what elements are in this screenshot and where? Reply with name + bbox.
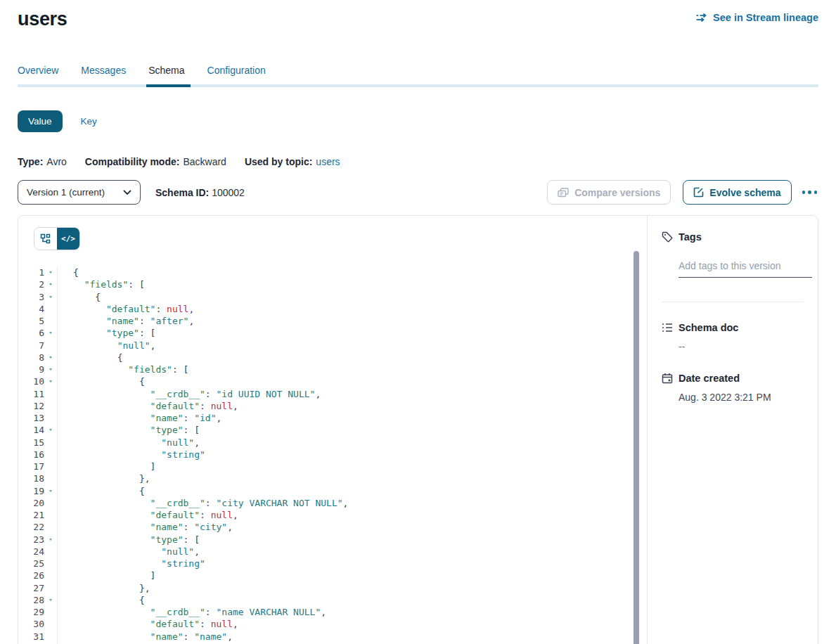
more-options-button[interactable] (801, 186, 819, 198)
code-line: 27 }, (18, 582, 647, 594)
tab-messages[interactable]: Messages (81, 65, 126, 84)
line-number: 6 (18, 327, 44, 339)
line-number: 10 (18, 375, 44, 387)
fold-spacer (44, 618, 57, 630)
schema-panel: </> 1▾{2▾ "fields": [3▾ {4 "default": nu… (18, 215, 818, 644)
code-line: 30 "default": null, (18, 618, 647, 630)
fold-spacer (44, 558, 57, 569)
schema-sidebar: Tags Schema doc -- (647, 216, 818, 644)
code-line: 11 "__crdb__": "id UUID NOT NULL", (18, 388, 647, 400)
fold-spacer (44, 569, 57, 581)
code-text: { (57, 352, 122, 363)
code-lines: 1▾{2▾ "fields": [3▾ {4 "default": null,5… (18, 266, 647, 644)
tab-configuration[interactable]: Configuration (207, 65, 266, 84)
fold-spacer (44, 437, 57, 449)
code-line: 3▾ { (18, 291, 647, 303)
line-number: 8 (18, 352, 44, 363)
line-number: 16 (18, 449, 44, 461)
line-number: 17 (18, 461, 44, 472)
code-view-icon: </> (61, 234, 75, 243)
fold-spacer (44, 340, 57, 352)
fold-spacer (44, 412, 57, 424)
code-line: 9▾ "fields": [ (18, 363, 647, 375)
code-line: 7 "null", (18, 340, 647, 352)
schema-doc-value: -- (679, 341, 804, 352)
fold-spacer (44, 461, 57, 472)
version-select[interactable]: Version 1 (current) (18, 180, 141, 205)
fold-arrow-icon[interactable]: ▾ (44, 424, 57, 436)
code-line: 6▾ "type": [ (18, 327, 647, 339)
fold-arrow-icon[interactable]: ▾ (44, 375, 57, 387)
schema-code-editor[interactable]: </> 1▾{2▾ "fields": [3▾ {4 "default": nu… (18, 216, 647, 644)
ellipsis-icon (802, 191, 806, 194)
tab-underline-track (18, 84, 818, 87)
code-line: 2▾ "fields": [ (18, 278, 647, 290)
code-line: 23▾ "type": [ (18, 534, 647, 546)
code-text: "string" (57, 449, 205, 461)
code-line: 1▾{ (18, 266, 647, 278)
code-text: "__crdb__": "city VARCHAR NOT NULL", (57, 497, 348, 509)
fold-spacer (44, 472, 57, 484)
code-text: "null", (57, 546, 200, 558)
schema-doc-heading: Schema doc (662, 322, 804, 333)
fold-spacer (44, 546, 57, 558)
code-line: 8▾ { (18, 352, 647, 363)
calendar-icon (662, 373, 673, 384)
fold-spacer (44, 582, 57, 594)
tags-input[interactable] (679, 257, 812, 278)
fold-spacer (44, 631, 57, 643)
fold-arrow-icon[interactable]: ▾ (44, 327, 57, 339)
line-number: 30 (18, 618, 44, 630)
code-line: 4 "default": null, (18, 303, 647, 315)
fold-spacer (44, 509, 57, 521)
code-text: "type": [ (57, 327, 155, 339)
line-number: 9 (18, 363, 44, 375)
code-text: { (57, 266, 79, 278)
code-text: "default": null, (57, 509, 238, 521)
fold-arrow-icon[interactable]: ▾ (44, 278, 57, 290)
line-number: 13 (18, 412, 44, 424)
fold-spacer (44, 303, 57, 315)
code-text: "__crdb__": "name VARCHAR NULL", (57, 606, 326, 618)
date-created-value: Aug. 3 2022 3:21 PM (679, 392, 804, 403)
topic-users-link[interactable]: users (316, 156, 340, 167)
compatibility-value: Backward (183, 156, 226, 167)
controls-row: Version 1 (current) Schema ID: 100002 Co… (18, 180, 818, 205)
code-text: { (57, 375, 145, 387)
key-button[interactable]: Key (81, 116, 97, 127)
code-line: 19▾ { (18, 485, 647, 497)
compare-versions-button[interactable]: Compare versions (547, 180, 671, 205)
evolve-schema-button[interactable]: Evolve schema (683, 180, 791, 205)
fold-arrow-icon[interactable]: ▾ (44, 266, 57, 278)
code-view-toggle[interactable]: </> (57, 228, 79, 250)
stream-lineage-icon (696, 13, 708, 22)
chevron-down-icon (123, 190, 131, 195)
tree-view-toggle[interactable] (34, 228, 57, 250)
fold-arrow-icon[interactable]: ▾ (44, 485, 57, 497)
fold-arrow-icon[interactable]: ▾ (44, 534, 57, 546)
line-number: 19 (18, 485, 44, 497)
tab-schema[interactable]: Schema (148, 65, 184, 84)
fold-arrow-icon[interactable]: ▾ (44, 291, 57, 303)
doc-list-icon (662, 323, 673, 333)
line-number: 20 (18, 497, 44, 509)
code-text: }, (57, 582, 150, 594)
code-line: 14▾ "type": [ (18, 424, 647, 436)
line-number: 4 (18, 303, 44, 315)
editor-scrollbar[interactable] (634, 251, 639, 644)
tab-overview[interactable]: Overview (18, 65, 58, 84)
line-number: 25 (18, 558, 44, 569)
code-text: "default": null, (57, 303, 194, 315)
fold-spacer (44, 315, 57, 327)
sidebar-divider (662, 302, 804, 302)
fold-arrow-icon[interactable]: ▾ (44, 594, 57, 606)
page-header: users See in Stream lineage (18, 7, 818, 30)
fold-arrow-icon[interactable]: ▾ (44, 363, 57, 375)
fold-arrow-icon[interactable]: ▾ (44, 352, 57, 363)
code-line: 10▾ { (18, 375, 647, 387)
code-text: ] (57, 461, 155, 472)
tab-bar: Overview Messages Schema Configuration (18, 65, 818, 84)
editor-view-toggle: </> (34, 227, 80, 250)
see-in-stream-lineage-link[interactable]: See in Stream lineage (696, 12, 818, 23)
value-button[interactable]: Value (18, 110, 63, 132)
